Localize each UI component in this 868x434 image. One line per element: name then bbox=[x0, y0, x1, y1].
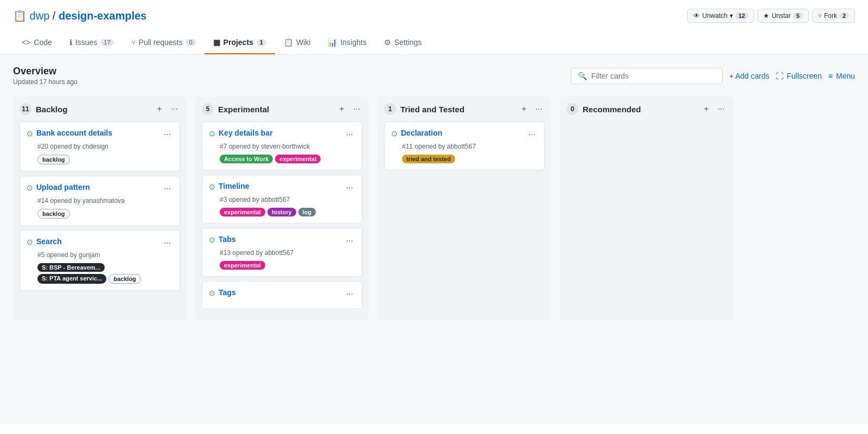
card-3: ⊙ Tags ··· bbox=[202, 281, 362, 309]
card-labels: backlog bbox=[37, 155, 173, 164]
fork-button[interactable]: ⑂ Fork 2 bbox=[812, 9, 855, 23]
card-0: ⊙ Declaration ··· #11 opened by abbott56… bbox=[384, 122, 545, 170]
card-meta: #11 opened by abbott567 bbox=[402, 143, 538, 150]
tab-pull-requests[interactable]: ⑂ Pull requests 0 bbox=[123, 31, 205, 54]
card-header: ⊙ Tabs ··· bbox=[209, 235, 355, 247]
card-more-button[interactable]: ··· bbox=[162, 237, 173, 249]
label-s:-pta-agent-servic...: S: PTA agent servic... bbox=[37, 274, 106, 284]
card-labels: experimentalhistorylog bbox=[220, 208, 355, 216]
projects-icon: ▦ bbox=[213, 38, 220, 47]
card-header: ⊙ Bank account details ··· bbox=[27, 129, 173, 141]
card-title-link[interactable]: Tags bbox=[219, 288, 236, 297]
column-header: 0 Recommended + ··· bbox=[566, 103, 727, 115]
column-menu-button[interactable]: ··· bbox=[716, 103, 727, 115]
column-backlog: 11 Backlog + ··· ⊙ Bank account details … bbox=[13, 97, 187, 320]
code-icon: <> bbox=[22, 38, 30, 47]
column-add-button[interactable]: + bbox=[337, 103, 346, 115]
search-icon: 🔍 bbox=[578, 72, 587, 80]
card-0: ⊙ Bank account details ··· #20 opened by… bbox=[20, 122, 180, 171]
card-more-button[interactable]: ··· bbox=[344, 129, 355, 141]
tab-projects[interactable]: ▦ Projects 1 bbox=[205, 31, 275, 54]
filter-cards-input[interactable] bbox=[591, 72, 716, 80]
card-meta: #20 opened by chdesign bbox=[37, 143, 173, 150]
card-meta: #14 opened by yanashmatova bbox=[37, 197, 173, 205]
project-updated: Updated 17 hours ago bbox=[13, 78, 78, 86]
project-info: Overview Updated 17 hours ago bbox=[13, 66, 78, 86]
card-more-button[interactable]: ··· bbox=[526, 129, 538, 141]
project-board: 11 Backlog + ··· ⊙ Bank account details … bbox=[13, 97, 855, 326]
card-2: ⊙ Tabs ··· #13 opened by abbott567 exper… bbox=[202, 228, 362, 277]
settings-icon: ⚙ bbox=[384, 38, 391, 47]
unwatch-label: Unwatch bbox=[702, 12, 727, 20]
column-add-button[interactable]: + bbox=[519, 103, 528, 115]
card-labels: Access to Workexperimental bbox=[220, 155, 355, 163]
column-header: 1 Tried and Tested + ··· bbox=[384, 103, 545, 115]
repo-owner-link[interactable]: dwp bbox=[30, 10, 50, 22]
card-header: ⊙ Timeline ··· bbox=[209, 182, 355, 194]
card-more-button[interactable]: ··· bbox=[344, 182, 355, 194]
column-menu-button[interactable]: ··· bbox=[169, 103, 180, 115]
card-title-link[interactable]: Declaration bbox=[401, 129, 442, 137]
wiki-icon: 📋 bbox=[284, 38, 293, 47]
nav-tabs: <> Code ℹ Issues 17 ⑂ Pull requests 0 ▦ … bbox=[13, 31, 855, 54]
card-title-link[interactable]: Tabs bbox=[219, 235, 236, 244]
column-add-button[interactable]: + bbox=[701, 103, 711, 115]
column-menu-button[interactable]: ··· bbox=[351, 103, 362, 115]
fork-icon: ⑂ bbox=[818, 12, 822, 20]
card-title-link[interactable]: Upload pattern bbox=[36, 183, 90, 192]
card-more-button[interactable]: ··· bbox=[162, 129, 173, 141]
issue-open-icon: ⊙ bbox=[209, 235, 215, 244]
label-s:-bsp---bereavem...: S: BSP - Bereavem... bbox=[37, 263, 105, 272]
card-labels: backlog bbox=[37, 209, 173, 219]
card-header: ⊙ Search ··· bbox=[27, 237, 173, 249]
card-more-button[interactable]: ··· bbox=[344, 288, 355, 300]
label-log: log bbox=[298, 208, 316, 216]
column-title: Experimental bbox=[218, 105, 333, 114]
project-controls: 🔍 + Add cards ⛶ Fullscreen ≡ Menu bbox=[571, 68, 855, 84]
card-header: ⊙ Declaration ··· bbox=[391, 129, 538, 141]
card-header: ⊙ Tags ··· bbox=[209, 288, 355, 300]
column-experimental: 5 Experimental + ··· ⊙ Key details bar ·… bbox=[195, 97, 369, 320]
card-title-link[interactable]: Bank account details bbox=[36, 129, 112, 137]
card-2: ⊙ Search ··· #5 opened by gunjam S: BSP … bbox=[20, 230, 180, 291]
column-menu-button[interactable]: ··· bbox=[533, 103, 545, 115]
issue-open-icon: ⊙ bbox=[27, 238, 33, 246]
add-cards-button[interactable]: + Add cards bbox=[729, 72, 769, 80]
column-count: 1 bbox=[384, 103, 396, 115]
card-0: ⊙ Key details bar ··· #7 opened by steve… bbox=[202, 122, 362, 170]
tab-issues[interactable]: ℹ Issues 17 bbox=[61, 31, 123, 54]
label-experimental: experimental bbox=[220, 208, 265, 216]
issue-open-icon: ⊙ bbox=[209, 289, 215, 297]
card-more-button[interactable]: ··· bbox=[162, 183, 173, 195]
insights-icon: 📊 bbox=[328, 38, 337, 47]
column-title: Tried and Tested bbox=[400, 105, 515, 114]
menu-button[interactable]: ≡ Menu bbox=[828, 72, 855, 80]
issue-open-icon: ⊙ bbox=[391, 129, 398, 138]
fullscreen-icon: ⛶ bbox=[776, 72, 783, 80]
card-meta: #5 opened by gunjam bbox=[37, 251, 173, 259]
eye-icon: 👁 bbox=[693, 12, 700, 20]
card-more-button[interactable]: ··· bbox=[344, 235, 355, 247]
issue-open-icon: ⊙ bbox=[209, 182, 215, 191]
tab-insights[interactable]: 📊 Insights bbox=[319, 31, 375, 54]
pr-icon: ⑂ bbox=[131, 38, 136, 47]
tab-settings[interactable]: ⚙ Settings bbox=[375, 31, 431, 54]
tab-wiki[interactable]: 📋 Wiki bbox=[275, 31, 319, 54]
repo-actions: 👁 Unwatch ▾ 12 ★ Unstar 5 ⑂ Fork 2 bbox=[687, 9, 855, 23]
filter-cards-container: 🔍 bbox=[571, 68, 723, 84]
unstar-count: 5 bbox=[793, 12, 803, 19]
card-title-link[interactable]: Search bbox=[36, 237, 62, 246]
issue-open-icon: ⊙ bbox=[27, 183, 33, 192]
card-title-link[interactable]: Key details bar bbox=[219, 129, 273, 137]
unstar-button[interactable]: ★ Unstar 5 bbox=[757, 9, 808, 23]
repo-name-link[interactable]: design-examples bbox=[59, 10, 146, 22]
unstar-label: Unstar bbox=[771, 12, 790, 20]
unwatch-button[interactable]: 👁 Unwatch ▾ 12 bbox=[687, 9, 754, 23]
label-backlog: backlog bbox=[37, 209, 70, 219]
fullscreen-button[interactable]: ⛶ Fullscreen bbox=[776, 72, 822, 80]
label-experimental: experimental bbox=[220, 261, 265, 270]
column-add-button[interactable]: + bbox=[155, 103, 164, 115]
card-1: ⊙ Upload pattern ··· #14 opened by yanas… bbox=[20, 176, 180, 226]
card-title-link[interactable]: Timeline bbox=[219, 182, 250, 190]
tab-code[interactable]: <> Code bbox=[13, 31, 61, 54]
